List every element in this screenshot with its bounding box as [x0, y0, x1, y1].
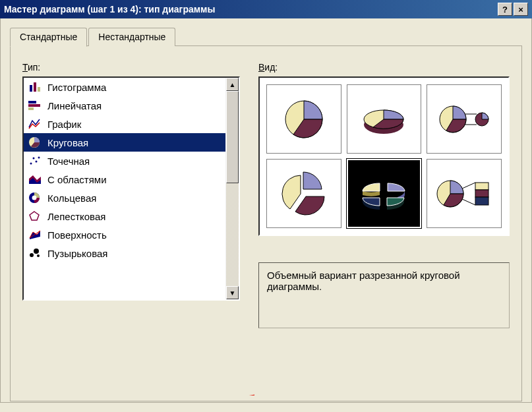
subtype-description: Объемный вариант разрезанной круговой ди… [258, 262, 510, 328]
list-label: График [47, 119, 81, 130]
tab-custom[interactable]: Нестандартные [88, 28, 175, 46]
svg-point-14 [32, 196, 37, 200]
type-column: Тип: Гистограмма Линейчатая [22, 62, 240, 388]
help-button[interactable]: ? [498, 3, 512, 16]
radar-icon [28, 210, 42, 223]
svg-rect-3 [28, 101, 36, 103]
list-label: Пузырьковая [47, 248, 107, 259]
svg-rect-1 [34, 82, 36, 92]
list-label: С областями [47, 174, 107, 185]
svg-point-8 [33, 158, 35, 160]
subtype-grid [258, 76, 510, 236]
svg-rect-0 [30, 85, 32, 92]
svg-point-10 [38, 157, 40, 159]
svg-rect-33 [475, 197, 488, 205]
scroll-down-button[interactable]: ▼ [226, 286, 239, 299]
svg-marker-15 [30, 212, 39, 220]
titlebar-buttons: ? × [498, 3, 528, 16]
list-item-bar[interactable]: Линейчатая [24, 96, 225, 115]
chart-type-items: Гистограмма Линейчатая График [24, 78, 225, 299]
list-item-area[interactable]: С областями [24, 170, 225, 189]
list-label: Точечная [47, 156, 90, 167]
svg-line-30 [462, 199, 475, 205]
scatter-icon [28, 154, 42, 167]
list-item-scatter[interactable]: Точечная [24, 152, 225, 170]
bubble-icon [28, 247, 42, 260]
tab-strip: Стандартные Нестандартные [10, 28, 522, 46]
area-icon [28, 173, 42, 186]
subtype-column: Вид: [258, 62, 510, 388]
surface-icon [28, 228, 42, 241]
list-label: Круговая [47, 137, 88, 148]
subtype-cell-pie-exploded-2d[interactable] [266, 159, 341, 228]
histogram-icon [28, 80, 42, 94]
svg-point-20 [37, 254, 40, 257]
close-button[interactable]: × [514, 3, 528, 16]
tab-standard[interactable]: Стандартные [10, 28, 87, 47]
subtype-cell-pie-exploded-3d[interactable] [347, 159, 422, 228]
svg-line-34 [57, 394, 254, 396]
list-label: Поверхность [47, 229, 107, 241]
line-icon [28, 117, 42, 131]
list-item-doughnut[interactable]: Кольцевая [24, 189, 225, 207]
scroll-track[interactable] [226, 91, 239, 286]
list-item-bubble[interactable]: Пузырьковая [24, 244, 225, 262]
bar-icon [28, 99, 42, 112]
list-item-line[interactable]: График [24, 115, 225, 133]
svg-rect-5 [28, 107, 34, 110]
subtype-cell-pie-2d[interactable] [266, 84, 341, 154]
list-label: Линейчатая [47, 100, 102, 111]
list-label: Гистограмма [47, 82, 106, 93]
svg-point-9 [36, 161, 38, 163]
subtype-cell-pie-of-pie[interactable] [427, 84, 502, 154]
svg-point-7 [30, 163, 32, 165]
doughnut-icon [28, 191, 42, 204]
scroll-thumb[interactable] [226, 91, 239, 183]
list-item-pie[interactable]: Круговая [24, 133, 225, 152]
scroll-up-button[interactable]: ▲ [226, 78, 239, 91]
svg-rect-2 [38, 87, 40, 92]
pie-icon [28, 136, 42, 149]
svg-rect-31 [475, 183, 488, 190]
type-label: Тип: [22, 62, 40, 73]
subtype-cell-pie-3d[interactable] [347, 84, 422, 154]
annotation-arrow [57, 394, 254, 396]
svg-line-29 [462, 183, 475, 189]
subtype-cell-bar-of-pie[interactable] [427, 159, 502, 228]
svg-rect-4 [28, 104, 40, 107]
window-title: Мастер диаграмм (шаг 1 из 4): тип диагра… [4, 4, 498, 15]
titlebar: Мастер диаграмм (шаг 1 из 4): тип диагра… [0, 0, 532, 18]
list-item-surface[interactable]: Поверхность [24, 225, 225, 244]
svg-point-19 [34, 249, 39, 254]
list-label: Кольцевая [47, 192, 96, 204]
chart-type-listbox[interactable]: Гистограмма Линейчатая График [22, 76, 240, 301]
dialog-body: Стандартные Нестандартные Тип: Гистограм… [0, 18, 532, 403]
svg-point-18 [30, 253, 34, 257]
tab-content: Тип: Гистограмма Линейчатая [10, 45, 522, 401]
svg-rect-32 [475, 190, 488, 197]
list-label: Лепестковая [47, 211, 105, 222]
list-item-radar[interactable]: Лепестковая [24, 207, 225, 225]
list-item-histogram[interactable]: Гистограмма [24, 78, 225, 96]
listbox-scrollbar[interactable]: ▲ ▼ [225, 78, 239, 299]
view-label: Вид: [258, 62, 278, 73]
